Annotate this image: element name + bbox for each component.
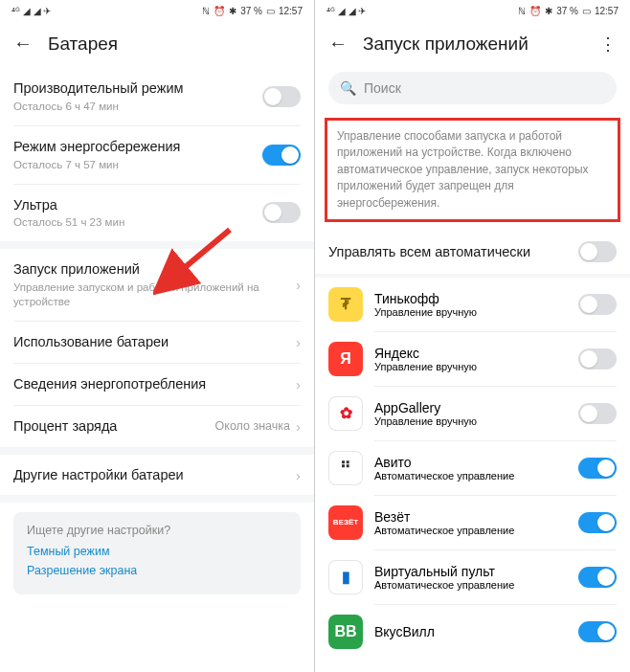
search-input[interactable]: 🔍 Поиск	[328, 72, 617, 104]
page-title: Запуск приложений	[363, 34, 584, 55]
app-row[interactable]: ВЕЗЁТВезётАвтоматическое управление	[315, 496, 630, 549]
app-subtitle: Управление вручную	[374, 306, 567, 318]
app-row[interactable]: ⠛АвитоАвтоматическое управление	[315, 441, 630, 495]
row-title: Использование батареи	[13, 333, 296, 351]
more-icon[interactable]: ⋮	[599, 34, 617, 55]
app-list[interactable]: ₮ТинькоффУправление вручнуюЯЯндексУправл…	[315, 278, 630, 672]
row-power-details[interactable]: Сведения энергопотребления ›	[0, 364, 314, 405]
app-icon: ₮	[328, 287, 363, 322]
row-power-saving[interactable]: Режим энергосбережения Осталось 7 ч 57 м…	[0, 126, 314, 184]
tip-card: Ищете другие настройки? Темный режим Раз…	[13, 512, 301, 594]
row-app-launch[interactable]: Запуск приложений Управление запуском и …	[0, 249, 314, 321]
clock: 12:57	[279, 6, 303, 16]
row-title: Другие настройки батареи	[13, 466, 296, 484]
status-bar: ⁴ᴳ ◢ ◢ ✈ ℕ ⏰ ✱ 37 % ▭ 12:57	[0, 0, 314, 21]
signal-icon: ⁴ᴳ ◢ ◢ ✈	[11, 6, 51, 16]
row-battery-percent[interactable]: Процент заряда Около значка ›	[0, 406, 314, 447]
app-name: AppGallery	[374, 400, 567, 415]
toggle-ultra[interactable]	[262, 202, 301, 223]
tip-question: Ищете другие настройки?	[27, 524, 287, 537]
alarm-icon: ⏰	[529, 6, 541, 16]
app-subtitle: Автоматическое управление	[374, 579, 567, 591]
back-arrow-icon[interactable]: ←	[13, 33, 33, 55]
row-subtitle: Осталось 6 ч 47 мин	[13, 100, 262, 114]
app-subtitle: Управление вручную	[374, 361, 567, 372]
row-title: Производительный режим	[13, 79, 262, 98]
app-name: Яндекс	[374, 346, 567, 361]
screen-app-launch: ⁴ᴳ ◢ ◢ ✈ ℕ ⏰ ✱ 37 % ▭ 12:57 ← Запуск при…	[315, 0, 630, 672]
app-row[interactable]: ₮ТинькоффУправление вручную	[315, 278, 630, 331]
app-name: Везёт	[374, 509, 567, 525]
app-row[interactable]: ЯЯндексУправление вручную	[315, 332, 630, 386]
status-right: ℕ ⏰ ✱ 37 % ▭ 12:57	[518, 6, 619, 16]
row-other-settings[interactable]: Другие настройки батареи ›	[0, 455, 314, 496]
app-row[interactable]: ✿AppGalleryУправление вручную	[315, 387, 630, 440]
chevron-right-icon: ›	[296, 277, 301, 293]
bluetooth-icon: ✱	[229, 6, 236, 16]
app-icon: ⠛	[328, 451, 363, 485]
status-left: ⁴ᴳ ◢ ◢ ✈	[326, 6, 366, 16]
app-toggle[interactable]	[578, 348, 617, 370]
app-name: Тинькофф	[374, 291, 567, 306]
row-title: Режим энергосбережения	[13, 138, 262, 156]
battery-icon: ▭	[266, 6, 275, 16]
row-title: Управлять всем автоматически	[328, 243, 578, 261]
app-toggle[interactable]	[578, 621, 617, 642]
app-subtitle: Автоматическое управление	[374, 525, 567, 536]
row-value: Около значка	[215, 419, 290, 433]
row-ultra[interactable]: Ультра Осталось 51 ч 23 мин	[0, 185, 314, 242]
header: ← Запуск приложений ⋮	[315, 21, 630, 68]
app-icon: ВВ	[328, 615, 363, 649]
row-title: Сведения энергопотребления	[13, 375, 296, 393]
back-arrow-icon[interactable]: ←	[328, 33, 348, 55]
toggle-manage-all[interactable]	[578, 241, 617, 262]
app-name: Виртуальный пульт	[374, 564, 567, 579]
app-subtitle: Управление вручную	[374, 415, 567, 427]
battery-icon: ▭	[582, 6, 591, 16]
screen-battery: ⁴ᴳ ◢ ◢ ✈ ℕ ⏰ ✱ 37 % ▭ 12:57 ← Батарея Пр…	[0, 0, 315, 672]
battery-pct: 37 %	[556, 6, 578, 16]
section-gap	[0, 241, 314, 249]
chevron-right-icon: ›	[296, 334, 301, 350]
chevron-right-icon: ›	[296, 418, 301, 435]
chevron-right-icon: ›	[296, 467, 301, 483]
app-icon: ВЕЗЁТ	[328, 505, 363, 540]
chevron-right-icon: ›	[296, 376, 301, 392]
row-subtitle: Осталось 7 ч 57 мин	[13, 158, 262, 172]
app-toggle[interactable]	[578, 567, 617, 588]
app-row[interactable]: ВВВкусВилл	[315, 605, 630, 659]
header: ← Батарея	[0, 21, 314, 68]
app-icon: ▮	[328, 560, 363, 594]
app-name: Авито	[374, 455, 567, 470]
tip-link-dark-mode[interactable]: Темный режим	[27, 545, 287, 558]
row-performance-mode[interactable]: Производительный режим Осталось 6 ч 47 м…	[0, 68, 314, 125]
app-subtitle: Автоматическое управление	[374, 470, 567, 482]
section-gap	[0, 495, 314, 503]
status-bar: ⁴ᴳ ◢ ◢ ✈ ℕ ⏰ ✱ 37 % ▭ 12:57	[315, 0, 630, 21]
toggle-performance[interactable]	[262, 86, 301, 107]
row-title: Запуск приложений	[13, 260, 296, 279]
row-title: Процент заряда	[13, 417, 215, 436]
signal-icon: ⁴ᴳ ◢ ◢ ✈	[326, 6, 366, 16]
row-manage-all-auto[interactable]: Управлять всем автоматически	[315, 230, 630, 274]
app-toggle[interactable]	[578, 403, 617, 424]
app-toggle[interactable]	[578, 512, 617, 533]
app-row[interactable]: ▮Виртуальный пультАвтоматическое управле…	[315, 550, 630, 604]
row-battery-usage[interactable]: Использование батареи ›	[0, 322, 314, 363]
app-name: ВкусВилл	[374, 624, 567, 639]
content-scroll[interactable]: Производительный режим Осталось 6 ч 47 м…	[0, 68, 314, 672]
row-subtitle: Управление запуском и работой приложений…	[13, 280, 296, 309]
tip-link-resolution[interactable]: Разрешение экрана	[27, 564, 287, 577]
row-title: Ультра	[13, 196, 262, 214]
search-icon: 🔍	[340, 80, 356, 96]
status-right: ℕ ⏰ ✱ 37 % ▭ 12:57	[202, 6, 303, 16]
alarm-icon: ⏰	[214, 6, 225, 16]
app-toggle[interactable]	[578, 458, 617, 479]
app-icon: Я	[328, 342, 363, 376]
toggle-power-saving[interactable]	[262, 145, 301, 166]
row-subtitle: Осталось 51 ч 23 мин	[13, 215, 262, 230]
bluetooth-icon: ✱	[545, 6, 552, 16]
app-toggle[interactable]	[578, 294, 617, 315]
section-gap	[0, 447, 314, 455]
status-left: ⁴ᴳ ◢ ◢ ✈	[11, 6, 51, 16]
